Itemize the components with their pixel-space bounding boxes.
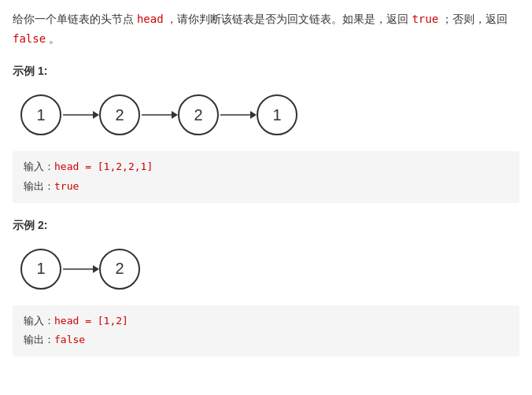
node-1-1: 2 [99,94,140,135]
svg-marker-1 [93,111,99,119]
input-line: 输入： head = [1,2] [24,312,508,331]
output-line: 输出： false [24,330,508,350]
output-label: 输出： [24,330,54,350]
arrow-1-2 [219,107,257,123]
svg-marker-3 [172,111,178,119]
output-line: 输出： true [24,177,508,197]
node-2-0: 1 [20,249,61,290]
input-label: 输入： [24,312,54,331]
output-label: 输出： [24,177,54,197]
example-1-diagram: 1 2 2 1 [13,87,519,143]
example-1: 示例 1:1 2 2 1 输入： head = [1,2,2,1] 输出： tr… [13,65,519,202]
arrow-2-0 [61,261,99,277]
false-code: false [13,32,46,45]
example-2-title: 示例 2: [13,219,519,233]
output-value: false [54,330,85,350]
node-1-0: 1 [20,94,61,135]
true-code: true [412,13,438,25]
input-label: 输入： [24,157,54,177]
svg-marker-5 [250,111,257,119]
node-1-2: 2 [178,94,219,135]
arrow-1-0 [61,107,99,123]
svg-marker-7 [93,265,99,273]
example-2-diagram: 1 2 [13,241,519,297]
head-code: head [137,13,164,25]
example-2: 示例 2:1 2 输入： head = [1,2] 输出： false [13,219,519,356]
example-1-title: 示例 1: [13,65,519,79]
input-value: head = [1,2,2,1] [54,157,153,177]
node-2-1: 2 [99,249,140,290]
examples-container: 示例 1:1 2 2 1 输入： head = [1,2,2,1] 输出： tr… [13,65,519,356]
problem-description: 给你一个单链表的头节点 head ，请你判断该链表是否为回文链表。如果是，返回 … [13,9,519,49]
example-1-info: 输入： head = [1,2,2,1] 输出： true [13,151,519,202]
input-value: head = [1,2] [54,312,128,331]
arrow-1-1 [140,107,178,123]
output-value: true [54,177,79,197]
input-line: 输入： head = [1,2,2,1] [24,157,508,177]
node-1-3: 1 [257,94,297,135]
example-2-info: 输入： head = [1,2] 输出： false [13,305,519,356]
